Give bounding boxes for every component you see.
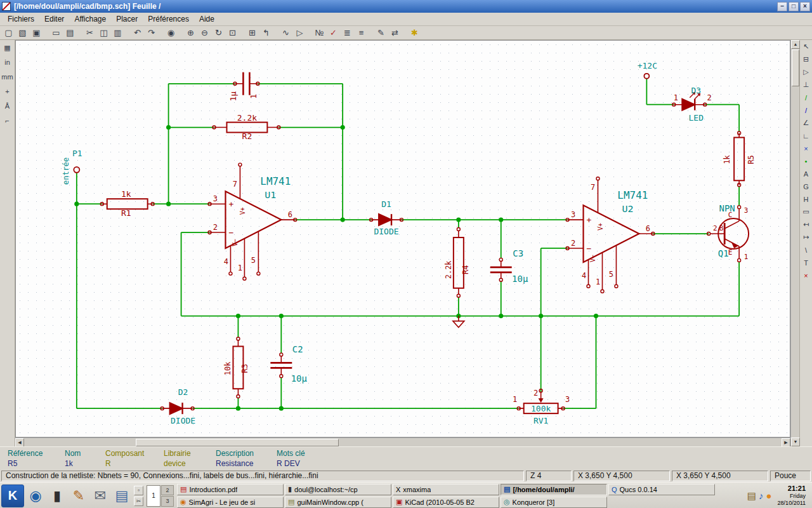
save-schematic-button[interactable]: ▣ bbox=[30, 27, 43, 39]
wire-to-bus-entry-button[interactable]: ∠ bbox=[800, 117, 812, 129]
menu-item-2[interactable]: Editer bbox=[39, 13, 69, 25]
task-guimainwindow[interactable]: ▤guiMainWindow.cpp ( bbox=[285, 497, 391, 508]
menu-item-6[interactable]: Aide bbox=[194, 13, 219, 25]
menu-item-3[interactable]: Affichage bbox=[69, 13, 111, 25]
place-wire-button[interactable]: / bbox=[800, 91, 812, 104]
hv-orientation-button[interactable]: ⌐ bbox=[1, 114, 15, 128]
library-browser-button[interactable]: ▷ bbox=[293, 27, 306, 39]
konsole-button[interactable]: ▮ bbox=[47, 485, 67, 507]
close-button[interactable]: × bbox=[800, 2, 810, 11]
units-inch-button[interactable]: in bbox=[1, 55, 15, 69]
place-power-button[interactable]: ⊥ bbox=[800, 79, 812, 91]
copy-button[interactable]: ◫ bbox=[97, 27, 110, 39]
schematic-text: C3 bbox=[513, 248, 523, 258]
menu-item-4[interactable]: Placer bbox=[111, 13, 143, 25]
library-editor-button[interactable]: ∿ bbox=[279, 27, 292, 39]
tray-klipper-icon[interactable]: ▤ bbox=[747, 490, 756, 502]
vertical-scrollbar[interactable]: ▲ ▼ bbox=[790, 40, 799, 446]
navigate-hierarchy-button[interactable]: ⊞ bbox=[246, 27, 259, 39]
import-sheet-pin-button[interactable]: ↤ bbox=[800, 218, 812, 231]
delete-item-button[interactable]: × bbox=[800, 269, 812, 281]
task-xmaxima[interactable]: Xxmaxima bbox=[393, 484, 499, 495]
taskbar: K◉▮✎✉▤ ▫ ✂ 1 2 3 ▤Introduction.pdf▮doul@… bbox=[0, 482, 812, 508]
units-mm-button[interactable]: mm bbox=[1, 70, 15, 84]
schematic-text: − bbox=[587, 244, 592, 253]
scroll-left-arrow[interactable]: ◀ bbox=[15, 438, 24, 446]
annotate-button[interactable]: № bbox=[313, 27, 326, 39]
place-component-button[interactable]: ▷ bbox=[800, 66, 812, 78]
menu-item-5[interactable]: Préférences bbox=[143, 13, 194, 25]
cursor-button[interactable]: ↖ bbox=[800, 41, 812, 53]
erc-check-button[interactable]: ✓ bbox=[327, 27, 340, 39]
task-introduction-pdf[interactable]: ▤Introduction.pdf bbox=[177, 484, 284, 495]
leave-sheet-button[interactable]: ↰ bbox=[259, 27, 273, 39]
plot-button[interactable]: ✎ bbox=[374, 27, 388, 39]
hidden-pins-button[interactable]: Å bbox=[1, 99, 15, 113]
pager-desktop-3[interactable]: 3 bbox=[161, 496, 174, 507]
task-qucs[interactable]: QQucs 0.0.14 bbox=[608, 484, 715, 495]
place-junction-button[interactable]: • bbox=[800, 155, 812, 167]
task-konqueror[interactable]: ◎Konqueror [3] bbox=[501, 497, 607, 508]
hierarchical-label-button[interactable]: H bbox=[800, 193, 812, 205]
bus-to-bus-entry-button[interactable]: ∟ bbox=[800, 130, 812, 142]
task-terminal[interactable]: ▮doul@localhost:~/cp bbox=[285, 484, 391, 495]
find-button[interactable]: ◉ bbox=[164, 27, 178, 39]
bom-button[interactable]: ≡ bbox=[355, 27, 368, 39]
scroll-up-arrow[interactable]: ▲ bbox=[791, 40, 800, 49]
task-kicad[interactable]: ▣KiCad (2010-05-05 B2 bbox=[393, 497, 499, 508]
undo-button[interactable]: ↶ bbox=[131, 27, 144, 39]
redo-button[interactable]: ↷ bbox=[145, 27, 158, 39]
kmenu-button[interactable]: K bbox=[1, 485, 24, 507]
status-bar: Construction de la netliste: Nbnets = 90… bbox=[0, 470, 812, 482]
task-eeschema[interactable]: ▤[/home/doul/ampli/ bbox=[501, 484, 607, 495]
minimize-button[interactable]: – bbox=[777, 2, 787, 11]
page-settings-button[interactable]: ▭ bbox=[49, 27, 63, 39]
cursor-shape-button[interactable]: + bbox=[1, 84, 15, 98]
tray-volume-icon[interactable]: ♪ bbox=[759, 490, 764, 501]
pager-desktop-2[interactable]: 2 bbox=[161, 485, 174, 496]
paste-button[interactable]: ▥ bbox=[111, 27, 124, 39]
task-simagri[interactable]: ◉SimAgri - Le jeu de si bbox=[177, 497, 284, 508]
zoom-fit-button[interactable]: ⊡ bbox=[226, 27, 239, 39]
backannotate-button[interactable]: ⇄ bbox=[388, 27, 402, 39]
graphic-text-button[interactable]: T bbox=[800, 257, 812, 269]
new-schematic-button[interactable]: ▢ bbox=[2, 27, 15, 39]
cut-button[interactable]: ✂ bbox=[83, 27, 96, 39]
scroll-right-arrow[interactable]: ▶ bbox=[782, 438, 790, 446]
menu-item-1[interactable]: Fichiers bbox=[3, 13, 39, 25]
tray-app-icon[interactable]: ● bbox=[766, 490, 772, 501]
global-label-button[interactable]: G bbox=[800, 180, 812, 192]
schematic-text: D3 bbox=[691, 86, 701, 95]
toggle-grid-button[interactable]: ▦ bbox=[1, 41, 15, 55]
place-bus-button[interactable]: / bbox=[800, 104, 812, 116]
hierarchical-sheet-button[interactable]: ▭ bbox=[800, 206, 812, 218]
zoom-redraw-button[interactable]: ↻ bbox=[212, 27, 225, 39]
run-script-button[interactable]: ✱ bbox=[408, 27, 421, 39]
office-button[interactable]: ▤ bbox=[112, 485, 132, 507]
editor-button[interactable]: ✎ bbox=[69, 485, 89, 507]
horizontal-scrollbar[interactable]: ◀ ▶ bbox=[15, 438, 790, 446]
horizontal-scroll-thumb[interactable] bbox=[136, 439, 339, 446]
pager-desktop-1[interactable]: 1 bbox=[147, 485, 160, 507]
taskbar-clock[interactable]: 21:21 Friday 28/10/2011 bbox=[776, 483, 811, 508]
scroll-down-arrow[interactable]: ▼ bbox=[791, 438, 800, 446]
zoom-in-button[interactable]: ⊕ bbox=[184, 27, 197, 39]
web-browser-button[interactable]: ◉ bbox=[25, 485, 46, 507]
open-schematic-button[interactable]: ▧ bbox=[16, 27, 29, 39]
net-label-button[interactable]: A bbox=[800, 168, 812, 180]
show-desktop-button[interactable]: ▫ bbox=[134, 486, 143, 495]
maximize-button[interactable]: □ bbox=[789, 2, 799, 11]
vertical-scroll-thumb[interactable] bbox=[792, 50, 799, 86]
sheet-pin-button[interactable]: ↦ bbox=[800, 231, 812, 243]
graphic-line-button[interactable]: \ bbox=[800, 244, 812, 256]
clipboard-mini-button[interactable]: ✂ bbox=[134, 497, 143, 506]
mail-button[interactable]: ✉ bbox=[90, 485, 110, 507]
schematic-text: 2 bbox=[213, 223, 218, 232]
hierarchy-nav-button[interactable]: ⊟ bbox=[800, 53, 812, 65]
netlist-button[interactable]: ≣ bbox=[341, 27, 354, 39]
schematic-canvas[interactable]: entréeP1LM741U1D1DIODEC310µLM741U2+12CD3… bbox=[15, 40, 790, 438]
no-connect-button[interactable]: × bbox=[800, 142, 812, 154]
zoom-out-button[interactable]: ⊖ bbox=[198, 27, 211, 39]
print-button[interactable]: ▤ bbox=[63, 27, 77, 39]
schematic-text: V− bbox=[589, 255, 596, 262]
